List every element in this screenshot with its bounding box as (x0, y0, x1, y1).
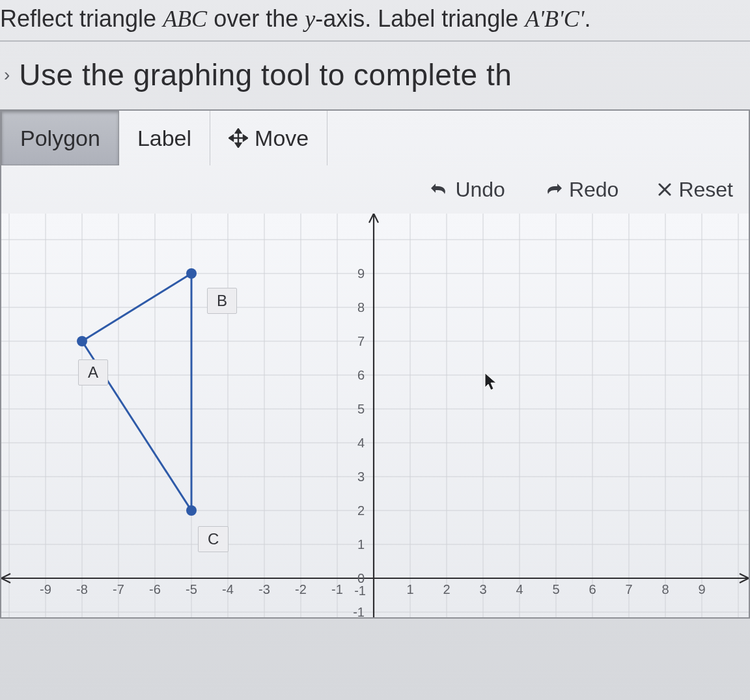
text-segment: . (584, 5, 590, 32)
svg-marker-2 (236, 129, 241, 133)
svg-text:-7: -7 (113, 582, 124, 596)
text-segment: Reflect triangle (0, 5, 163, 32)
triangle-name: ABC (163, 6, 207, 32)
svg-text:7: 7 (357, 334, 365, 348)
mouse-cursor-icon (484, 372, 499, 395)
move-tool-label: Move (255, 126, 309, 151)
svg-text:1: 1 (406, 582, 413, 596)
svg-text:4: 4 (357, 436, 365, 450)
svg-text:1: 1 (357, 537, 365, 552)
redo-button[interactable]: Redo (544, 178, 619, 202)
svg-marker-3 (236, 143, 241, 147)
svg-text:8: 8 (661, 582, 669, 596)
svg-marker-4 (229, 135, 233, 141)
svg-text:-9: -9 (40, 582, 51, 596)
svg-text:-4: -4 (222, 582, 234, 596)
svg-text:7: 7 (625, 582, 632, 596)
label-tool-button[interactable]: Label (119, 111, 210, 165)
svg-text:3: 3 (357, 469, 365, 484)
coordinate-graph[interactable]: -9-8-7-6-5-4-3-2-1123456789-2-1123456789… (1, 214, 749, 617)
instruction-text: Use the graphing tool to complete th (19, 57, 512, 92)
svg-text:9: 9 (698, 582, 705, 596)
undo-icon (430, 182, 449, 197)
vertex-label-c[interactable]: C (198, 526, 229, 552)
svg-point-81 (186, 268, 197, 279)
svg-text:2: 2 (443, 582, 450, 596)
svg-text:5: 5 (552, 582, 559, 596)
svg-point-80 (77, 336, 87, 346)
caret-icon: › (4, 64, 10, 85)
svg-text:3: 3 (479, 582, 486, 596)
instruction-row: › Use the graphing tool to complete th (0, 42, 750, 109)
svg-text:4: 4 (516, 582, 523, 596)
svg-text:-5: -5 (186, 582, 197, 596)
move-icon (229, 128, 248, 148)
reset-icon (658, 182, 672, 197)
svg-text:8: 8 (357, 300, 365, 315)
svg-text:6: 6 (357, 368, 365, 382)
svg-text:-6: -6 (149, 582, 161, 596)
svg-text:9: 9 (357, 266, 365, 281)
graph-svg: -9-8-7-6-5-4-3-2-1123456789-2-1123456789… (1, 214, 749, 617)
redo-label: Redo (569, 178, 619, 202)
svg-text:2: 2 (357, 503, 365, 518)
svg-text:6: 6 (589, 582, 596, 596)
reset-button[interactable]: Reset (658, 178, 733, 202)
graphing-tool-panel: Polygon Label (0, 109, 750, 619)
svg-point-82 (186, 505, 197, 516)
reset-label: Reset (678, 178, 733, 202)
axis-name: y (305, 6, 315, 32)
triangle-prime-name: A'B'C' (525, 6, 584, 32)
undo-button[interactable]: Undo (430, 178, 505, 202)
problem-statement: Reflect triangle ABC over the y-axis. La… (0, 0, 750, 42)
polygon-tool-label: Polygon (20, 126, 100, 151)
vertex-label-b[interactable]: B (207, 288, 237, 314)
text-segment: -axis. Label triangle (315, 5, 525, 32)
svg-text:-3: -3 (258, 582, 270, 596)
label-tool-label: Label (137, 126, 191, 151)
text-segment: over the (207, 5, 305, 32)
svg-text:-2: -2 (295, 582, 307, 596)
history-bar: Undo Redo Reset (1, 165, 749, 214)
svg-text:-8: -8 (76, 582, 88, 596)
svg-text:5: 5 (357, 402, 365, 416)
svg-text:-1: -1 (353, 605, 365, 617)
vertex-label-a[interactable]: A (78, 359, 108, 385)
polygon-tool-button[interactable]: Polygon (1, 111, 119, 165)
undo-label: Undo (455, 178, 505, 202)
svg-text:-1: -1 (331, 582, 343, 596)
redo-icon (544, 182, 562, 197)
move-tool-button[interactable]: Move (210, 111, 327, 165)
svg-text:-1: -1 (354, 583, 366, 598)
svg-marker-5 (243, 135, 247, 141)
drawing-toolbar: Polygon Label (1, 111, 749, 165)
